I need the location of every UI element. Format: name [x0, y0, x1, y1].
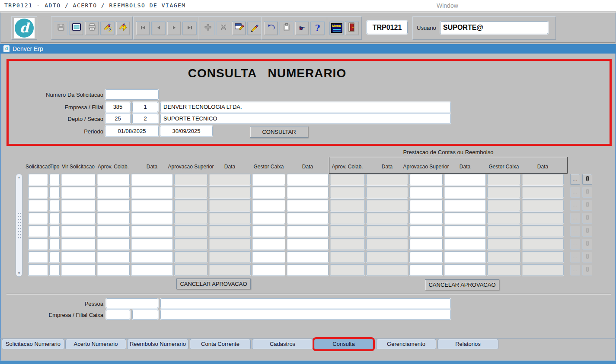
grid-cell[interactable] — [28, 225, 48, 237]
grid-cell[interactable] — [287, 238, 329, 250]
edit-window-button[interactable] — [232, 21, 246, 35]
grid-vertical-scrollbar[interactable]: ▲ ▼ — [16, 174, 22, 277]
grid-cell[interactable] — [28, 251, 48, 263]
grid-cell[interactable] — [61, 199, 96, 211]
undo-button[interactable] — [264, 21, 278, 35]
grid-cell[interactable] — [409, 251, 443, 263]
grid-cell[interactable] — [28, 264, 48, 276]
grid-cell[interactable] — [61, 238, 96, 250]
tab-acerto-numerario[interactable]: Acerto Numerario — [65, 339, 126, 349]
periodo-inicio-input[interactable]: 01/08/2025 — [105, 126, 159, 136]
grid-cell[interactable] — [131, 238, 173, 250]
empresa-input[interactable]: 385 — [105, 102, 131, 112]
tab-relatorios[interactable]: Relatorios — [437, 339, 498, 349]
grid-cell[interactable] — [444, 187, 486, 198]
grid-cell[interactable] — [409, 264, 443, 276]
grid-cell[interactable] — [409, 238, 443, 250]
program-code-field[interactable]: TRP0121 — [367, 21, 408, 34]
grid-cell[interactable] — [131, 225, 173, 237]
grid-cell[interactable] — [287, 212, 329, 224]
denver-erp-titlebar[interactable]: d Denver Erp — [0, 44, 616, 54]
filial-caixa-input[interactable] — [132, 310, 158, 320]
tab-conta-corrente[interactable]: Conta Corrente — [190, 339, 251, 349]
grid-cell[interactable] — [409, 187, 443, 198]
grid-cell[interactable] — [61, 251, 96, 263]
grid-cell[interactable] — [287, 264, 329, 276]
grid-cell[interactable] — [49, 225, 60, 237]
cancelar-aprovacao-left-button[interactable]: CANCELAR APROVACAO — [176, 279, 251, 289]
grid-cell[interactable] — [287, 199, 329, 211]
grid-cell[interactable] — [28, 238, 48, 250]
grid-cell[interactable] — [131, 199, 173, 211]
paste-button[interactable] — [279, 21, 294, 35]
grid-cell[interactable] — [444, 225, 486, 237]
tab-consulta[interactable]: Consulta — [314, 339, 373, 349]
grid-cell[interactable] — [49, 264, 60, 276]
grid-cell[interactable] — [131, 212, 173, 224]
clear-form-button[interactable] — [247, 21, 262, 35]
grid-cell[interactable] — [287, 225, 329, 237]
grid-cell[interactable] — [61, 174, 96, 185]
grid-cell[interactable] — [97, 264, 130, 276]
grid-cell[interactable] — [287, 174, 329, 185]
grid-cell[interactable] — [252, 187, 285, 198]
row-detail-button[interactable]: ... — [570, 174, 580, 185]
grid-cell[interactable] — [97, 251, 130, 263]
grid-cell[interactable] — [131, 187, 173, 198]
grid-cell[interactable] — [61, 225, 96, 237]
grid-cell[interactable] — [252, 264, 285, 276]
grid-cell[interactable] — [409, 212, 443, 224]
grid-cell[interactable] — [409, 174, 443, 185]
grid-cell[interactable] — [28, 199, 48, 211]
tab-cadastros[interactable]: Cadastros — [252, 339, 313, 349]
grid-cell[interactable] — [97, 225, 130, 237]
grid-cell[interactable] — [444, 264, 486, 276]
scroll-thumb[interactable] — [17, 212, 21, 240]
grid-cell[interactable] — [97, 187, 130, 198]
help-button[interactable]: ? — [310, 21, 325, 35]
grid-cell[interactable] — [444, 238, 486, 250]
grid-cell[interactable] — [28, 187, 48, 198]
grid-cell[interactable] — [131, 174, 173, 185]
numero-solicitacao-input[interactable] — [105, 89, 159, 100]
grid-cell[interactable] — [252, 174, 285, 185]
attachment-button[interactable] — [582, 174, 592, 185]
grid-cell[interactable] — [252, 225, 285, 237]
grid-cell[interactable] — [97, 199, 130, 211]
grid-cell[interactable] — [252, 238, 285, 250]
grid-cell[interactable] — [49, 187, 60, 198]
filial-input[interactable]: 1 — [132, 102, 158, 112]
hand-pointer-button[interactable]: ☛ — [295, 21, 309, 35]
grid-cell[interactable] — [49, 174, 60, 185]
last-record-button[interactable] — [182, 21, 197, 35]
grid-cell[interactable] — [287, 251, 329, 263]
secao-input[interactable]: 2 — [132, 114, 158, 124]
prev-record-button[interactable] — [151, 21, 166, 35]
grid-cell[interactable] — [28, 212, 48, 224]
usuario-field[interactable]: SUPORTE@ — [440, 21, 548, 34]
first-record-button[interactable] — [136, 21, 150, 35]
screen-view-button[interactable] — [69, 21, 83, 35]
menu-item-window[interactable]: Window — [437, 2, 458, 9]
cancelar-aprovacao-right-button[interactable]: CANCELAR APROVACAO — [425, 279, 499, 290]
grid-cell[interactable] — [131, 264, 173, 276]
grid-cell[interactable] — [49, 238, 60, 250]
grid-cell[interactable] — [444, 212, 486, 224]
periodo-fim-input[interactable]: 30/09/2025 — [160, 126, 213, 136]
grid-cell[interactable] — [252, 251, 285, 263]
grid-cell[interactable] — [444, 251, 486, 263]
next-record-button[interactable] — [167, 21, 181, 35]
grid-cell[interactable] — [49, 199, 60, 211]
pessoa-codigo-input[interactable] — [106, 298, 158, 308]
grid-cell[interactable] — [49, 251, 60, 263]
grid-cell[interactable] — [444, 199, 486, 211]
execute-query-button[interactable] — [116, 21, 130, 35]
grid-cell[interactable] — [287, 187, 329, 198]
grid-cell[interactable] — [61, 264, 96, 276]
grid-cell[interactable] — [97, 238, 130, 250]
tab-reembolso-numerario[interactable]: Reembolso Numerario — [127, 339, 188, 349]
scroll-down-icon[interactable]: ▼ — [16, 272, 22, 275]
menu-button[interactable]: Menu — [329, 21, 344, 35]
grid-cell[interactable] — [444, 174, 486, 185]
grid-cell[interactable] — [131, 251, 173, 263]
